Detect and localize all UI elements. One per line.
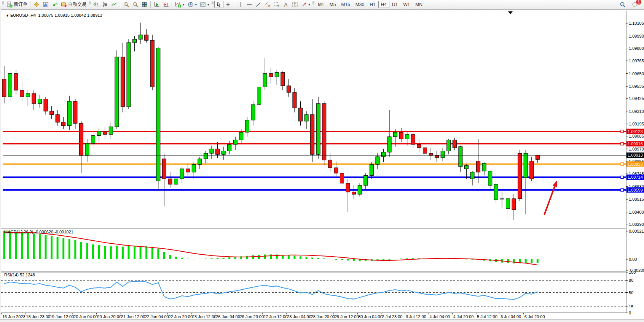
toolbar-drag-handle[interactable] bbox=[212, 1, 214, 8]
time-tick-label: 26 Jun 04:00 bbox=[216, 314, 240, 319]
timeframe-button-m30[interactable]: M30 bbox=[353, 1, 367, 8]
macd-bar bbox=[293, 256, 295, 259]
annotation-arrow[interactable] bbox=[544, 181, 557, 215]
time-tick-label: 4 Jul 20:00 bbox=[453, 314, 474, 319]
candle-body bbox=[222, 151, 225, 154]
chart-dropdown-marker[interactable]: ▼ bbox=[6, 14, 9, 17]
macd-bar bbox=[400, 259, 402, 259]
candle-body bbox=[180, 169, 184, 179]
candle-body bbox=[524, 153, 528, 178]
auto-scroll-button[interactable] bbox=[152, 1, 161, 8]
macd-bar bbox=[80, 242, 82, 259]
auto-trading-button[interactable]: 自动交易 bbox=[59, 1, 88, 8]
timeframe-button-w1[interactable]: W1 bbox=[400, 1, 413, 8]
macd-bar bbox=[252, 255, 254, 259]
hline-handle-1.08599[interactable] bbox=[621, 189, 623, 191]
timeframe-button-mn[interactable]: MN bbox=[413, 1, 425, 8]
candle-body bbox=[257, 87, 261, 105]
vertical-line-button[interactable] bbox=[236, 1, 245, 8]
toolbar-drag-handle[interactable] bbox=[312, 1, 314, 8]
candle-body bbox=[464, 165, 468, 169]
macd-bar bbox=[389, 259, 391, 260]
crosshair-button[interactable] bbox=[223, 1, 233, 8]
hline-handle-1.09016[interactable] bbox=[621, 143, 623, 145]
time-tick-label: 16 Jun 2023 bbox=[2, 314, 26, 319]
text-label-icon: T bbox=[292, 2, 298, 8]
text-label-button[interactable]: T bbox=[290, 1, 300, 8]
candle-body bbox=[459, 147, 462, 167]
timeframe-button-m5[interactable]: M5 bbox=[327, 1, 339, 8]
line-chart-button[interactable] bbox=[110, 1, 119, 8]
chart-window[interactable]: 1.101051.099901.098801.097651.096501.095… bbox=[1, 10, 644, 320]
indicators-button[interactable]: ▾ bbox=[174, 1, 186, 8]
cursor-button[interactable] bbox=[214, 1, 223, 8]
timeframe-button-m1[interactable]: M1 bbox=[315, 1, 327, 8]
new-order-icon bbox=[6, 2, 13, 8]
trendline-button[interactable] bbox=[254, 1, 263, 8]
equidistant-channel-button[interactable]: E bbox=[263, 1, 272, 8]
candle-body bbox=[441, 151, 445, 157]
timeframe-button-h1[interactable]: H1 bbox=[367, 1, 378, 8]
toolbar-drag-handle[interactable] bbox=[2, 1, 4, 8]
text-button[interactable]: A bbox=[281, 1, 290, 8]
scroll-position-marker bbox=[508, 11, 513, 14]
macd-bar bbox=[86, 243, 88, 259]
time-tick-label: 20 Jun 20:00 bbox=[97, 314, 121, 319]
new-order-button[interactable]: 新订单 bbox=[5, 1, 29, 8]
candle-body bbox=[352, 192, 356, 194]
templates-button[interactable]: ▾ bbox=[198, 1, 211, 8]
zoom-out-button[interactable] bbox=[131, 1, 140, 8]
candle-body bbox=[340, 173, 344, 183]
channel-icon: E bbox=[265, 2, 271, 8]
macd-bar bbox=[181, 258, 183, 259]
macd-tick-label: 0.00 bbox=[629, 257, 637, 262]
macd-pane[interactable] bbox=[3, 231, 539, 265]
periods-button[interactable]: ▾ bbox=[186, 1, 199, 8]
candle-body bbox=[73, 101, 77, 123]
templates-icon bbox=[200, 2, 206, 8]
timeframe-button-m15[interactable]: M15 bbox=[338, 1, 352, 8]
bar-chart-button[interactable] bbox=[91, 1, 100, 8]
candle-body bbox=[14, 74, 18, 90]
toolbar-drag-handle[interactable] bbox=[89, 1, 91, 8]
time-tick-label: 23 Jun 12:00 bbox=[192, 314, 217, 319]
macd-bar bbox=[300, 256, 301, 259]
macd-bar bbox=[69, 239, 70, 259]
chart-shift-button[interactable] bbox=[161, 1, 171, 8]
timeframe-button-h4[interactable]: H4 bbox=[378, 1, 389, 8]
search-button[interactable] bbox=[618, 1, 627, 8]
notifications-button[interactable]: 1 bbox=[630, 1, 639, 8]
timeframe-button-d1[interactable]: D1 bbox=[389, 1, 400, 8]
candlestick-chart-button[interactable] bbox=[100, 1, 110, 8]
hline-handle-1.08714[interactable] bbox=[621, 176, 623, 179]
time-tick-label: 18 Jun 23:00 bbox=[26, 314, 50, 319]
macd-bar bbox=[306, 257, 308, 259]
candle-body bbox=[269, 74, 273, 77]
macd-bar bbox=[33, 233, 35, 259]
hline-handle-1.08833[interactable] bbox=[621, 163, 623, 165]
candle-body bbox=[358, 186, 362, 194]
macd-bar bbox=[264, 254, 266, 259]
fibonacci-button[interactable]: F bbox=[272, 1, 281, 8]
candle-body bbox=[518, 153, 522, 198]
macd-bar bbox=[525, 259, 527, 263]
arrows-button[interactable]: ▾ bbox=[300, 1, 312, 8]
rsi-tick-label: 80 bbox=[629, 278, 633, 282]
macd-bar bbox=[228, 257, 230, 259]
price-badge-label: 1.08599 bbox=[628, 188, 643, 192]
styler-button[interactable] bbox=[32, 1, 41, 8]
rsi-tick-label: 0 bbox=[629, 311, 631, 315]
hline-handle-1.09128[interactable] bbox=[621, 130, 623, 133]
zoom-in-button[interactable] bbox=[122, 1, 131, 8]
candle-body bbox=[328, 160, 332, 168]
rsi-pane[interactable] bbox=[1, 280, 626, 307]
horizontal-line-button[interactable] bbox=[245, 1, 254, 8]
signals-button[interactable] bbox=[50, 1, 59, 8]
candle-body bbox=[251, 105, 255, 120]
chart-canvas[interactable]: 1.101051.099901.098801.097651.096501.095… bbox=[1, 10, 644, 320]
toolbar-right-icons: 1 bbox=[618, 1, 642, 8]
price-tick-label: 1.08290 bbox=[629, 222, 644, 227]
market-depth-button[interactable] bbox=[41, 1, 50, 8]
tile-windows-button[interactable] bbox=[140, 1, 149, 8]
main-chart-pane[interactable] bbox=[2, 11, 626, 220]
